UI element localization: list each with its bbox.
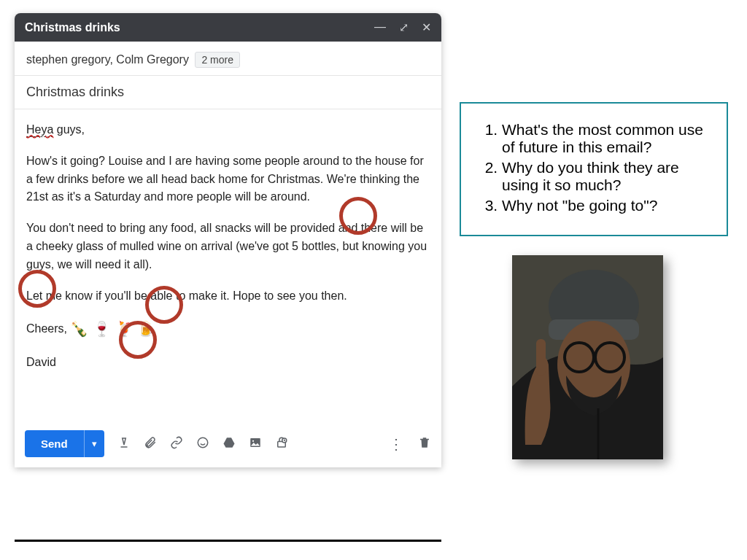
compose-window: Christmas drinks — ⤢ ✕ stephen gregory, … bbox=[15, 13, 441, 467]
signoff-label: Cheers, bbox=[26, 322, 67, 335]
photo bbox=[512, 255, 663, 459]
email-body[interactable]: Heya guys, How's it going? Louise and I … bbox=[15, 109, 441, 423]
drive-icon[interactable] bbox=[222, 436, 236, 452]
send-button-group: Send ▾ bbox=[25, 430, 104, 457]
toolbar-right: ⋮ bbox=[389, 435, 431, 453]
subject-row[interactable]: Christmas drinks bbox=[15, 76, 441, 109]
subject-text: Christmas drinks bbox=[26, 85, 124, 99]
svg-point-0 bbox=[198, 438, 208, 448]
slide-underline bbox=[15, 540, 441, 542]
window-title: Christmas drinks bbox=[25, 21, 120, 34]
greeting-rest: guys, bbox=[53, 123, 85, 136]
emoji-icon[interactable] bbox=[196, 436, 209, 452]
more-recipients-chip[interactable]: 2 more bbox=[195, 52, 240, 68]
close-icon[interactable]: ✕ bbox=[422, 20, 431, 34]
format-tools bbox=[117, 436, 288, 452]
recipients-row[interactable]: stephen gregory, Colm Gregory 2 more bbox=[15, 42, 441, 76]
minimize-icon[interactable]: — bbox=[374, 20, 386, 34]
greeting-word: Heya bbox=[26, 123, 53, 137]
expand-icon[interactable]: ⤢ bbox=[399, 20, 409, 34]
window-controls: — ⤢ ✕ bbox=[374, 20, 431, 34]
attach-icon[interactable] bbox=[144, 436, 157, 452]
title-bar: Christmas drinks — ⤢ ✕ bbox=[15, 13, 441, 42]
confidential-icon[interactable] bbox=[275, 436, 288, 452]
question-list: What's the most common use of future in … bbox=[483, 121, 713, 214]
body-paragraph-3: Let me know if you'll be able to make it… bbox=[26, 287, 430, 306]
link-icon[interactable] bbox=[170, 436, 183, 452]
signoff-emojis: 🍾 🍷 🍹 🍺 bbox=[70, 321, 155, 337]
compose-toolbar: Send ▾ bbox=[15, 423, 441, 467]
format-icon[interactable] bbox=[117, 436, 131, 452]
recipients-text: stephen gregory, Colm Gregory bbox=[26, 53, 189, 66]
body-paragraph-1: How's it going? Louise and I are having … bbox=[26, 152, 430, 206]
send-dropdown-button[interactable]: ▾ bbox=[84, 430, 104, 457]
question-2: Why do you think they are using it so mu… bbox=[502, 159, 713, 194]
svg-point-2 bbox=[252, 440, 254, 441]
question-box: What's the most common use of future in … bbox=[460, 102, 728, 236]
question-1: What's the most common use of future in … bbox=[502, 121, 713, 156]
signature: David bbox=[26, 354, 430, 372]
trash-icon[interactable] bbox=[418, 436, 431, 452]
more-options-icon[interactable]: ⋮ bbox=[389, 435, 403, 453]
body-paragraph-2: You don't need to bring any food, all sn… bbox=[26, 219, 430, 273]
greeting-line: Heya guys, bbox=[26, 121, 430, 139]
signoff-line: Cheers, 🍾 🍷 🍹 🍺 bbox=[26, 318, 430, 341]
send-button[interactable]: Send bbox=[25, 430, 84, 457]
question-3: Why not "be going to"? bbox=[502, 197, 713, 214]
svg-rect-13 bbox=[536, 339, 546, 376]
image-icon[interactable] bbox=[249, 436, 262, 452]
